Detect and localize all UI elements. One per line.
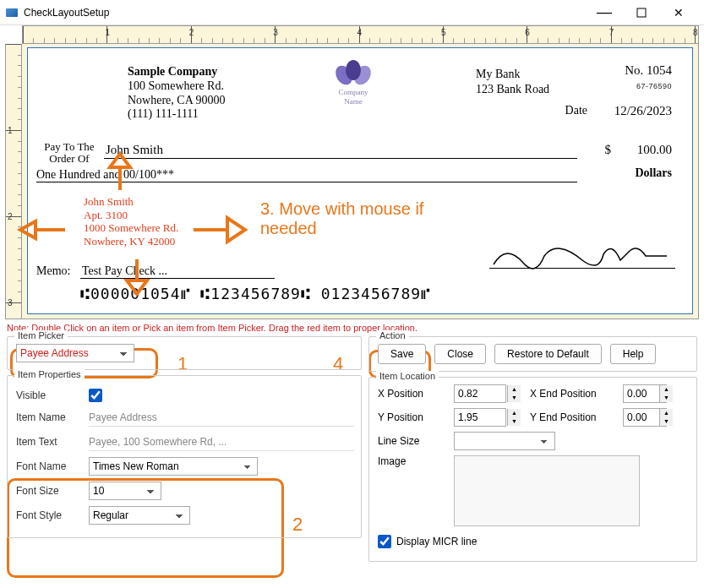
layout-canvas[interactable]: Sample Company 100 Somewhere Rd. Nowhere… — [22, 44, 699, 319]
save-button[interactable]: Save — [378, 344, 426, 364]
svg-rect-0 — [637, 8, 646, 17]
line-size-select[interactable] — [454, 432, 555, 450]
titlebar: CheckLayoutSetup — ✕ — [0, 0, 704, 25]
close-button[interactable]: ✕ — [660, 1, 697, 24]
payee-address[interactable]: John Smith Apt. 3100 1000 Somewhere Rd. … — [84, 195, 178, 248]
amount-words-underline — [36, 182, 577, 182]
x-position-spinner[interactable]: ▲▼ — [507, 385, 521, 402]
y-position-spinner[interactable]: ▲▼ — [507, 409, 521, 426]
micr-line[interactable]: ⑆000001054⑈ ⑆123456789⑆ 0123456789⑈ — [80, 285, 431, 302]
signature-line — [489, 268, 675, 269]
item-picker-label: Item Picker — [14, 330, 68, 340]
font-name-select[interactable]: Times New Roman — [89, 457, 258, 476]
y-end-spinner[interactable]: ▲▼ — [659, 409, 673, 426]
bank-addr: 123 Bank Road — [476, 82, 549, 97]
display-micr-label: Display MICR line — [396, 536, 477, 547]
item-name-label: Item Name — [16, 411, 89, 423]
item-location-label: Item Location — [376, 371, 439, 381]
memo-underline — [80, 278, 275, 279]
date-value[interactable]: 12/26/2023 — [614, 104, 672, 118]
company-logo[interactable]: Company Name — [319, 58, 387, 109]
amount-sign: $ — [605, 143, 612, 157]
close-panel-button[interactable]: Close — [434, 344, 486, 364]
x-position-label: X Position — [378, 388, 445, 400]
item-picker-select[interactable]: Payee Address — [16, 344, 134, 362]
item-name-value: Payee Address — [89, 408, 354, 427]
y-position-input[interactable] — [454, 408, 506, 427]
visible-checkbox[interactable] — [89, 389, 102, 402]
item-text-value: Payee, 100 Somewhere Rd, ... — [89, 433, 354, 451]
restore-default-button[interactable]: Restore to Default — [494, 344, 602, 364]
image-preview[interactable] — [454, 455, 640, 526]
action-label: Action — [376, 330, 409, 340]
item-picker-group: Item Picker Payee Address — [7, 336, 362, 370]
app-icon — [5, 7, 19, 19]
image-label: Image — [378, 455, 445, 467]
logo-text2: Name — [319, 98, 387, 106]
memo-value[interactable]: Test Pay Check ... — [82, 264, 167, 278]
memo-label: Memo: — [36, 264, 70, 278]
amount-words[interactable]: One Hundred and 00/100*** — [36, 168, 577, 182]
payee-underline — [104, 158, 577, 159]
y-position-label: Y Position — [378, 411, 445, 423]
ruler-vertical: 123 — [5, 44, 22, 319]
font-name-label: Font Name — [16, 460, 89, 472]
minimize-button[interactable]: — — [586, 1, 623, 24]
bank-name: My Bank — [476, 67, 549, 82]
ruler-horizontal: 12345678 — [22, 25, 699, 44]
font-size-select[interactable]: 10 — [89, 482, 161, 500]
company-block[interactable]: Sample Company 100 Somewhere Rd. Nowhere… — [128, 65, 226, 122]
maximize-button[interactable] — [623, 1, 660, 24]
company-addr2: Nowhere, CA 90000 — [128, 94, 226, 108]
logo-icon — [333, 58, 374, 87]
routing-code[interactable]: 67-76590 — [636, 82, 672, 90]
x-end-spinner[interactable]: ▲▼ — [659, 385, 673, 402]
dollars-label: Dollars — [635, 166, 672, 180]
item-properties-label: Item Properties — [14, 369, 85, 379]
instruction-note: Note: Double Click on an item or Pick an… — [0, 319, 704, 336]
font-style-select[interactable]: Regular — [89, 506, 190, 525]
help-button[interactable]: Help — [610, 344, 657, 364]
date-label: Date — [565, 104, 587, 117]
bank-block[interactable]: My Bank 123 Bank Road — [476, 67, 549, 96]
amount-value[interactable]: 100.00 — [637, 143, 672, 157]
x-end-position-label: X End Position — [530, 388, 614, 400]
payee-name[interactable]: John Smith — [106, 143, 163, 157]
company-addr1: 100 Somewhere Rd. — [128, 79, 226, 94]
y-end-position-label: Y End Position — [530, 411, 614, 423]
window-title: CheckLayoutSetup — [24, 7, 586, 19]
font-size-label: Font Size — [16, 485, 89, 497]
item-location-group: Item Location X Position ▲▼ X End Positi… — [368, 377, 697, 562]
check-preview[interactable]: Sample Company 100 Somewhere Rd. Nowhere… — [27, 47, 693, 314]
company-name: Sample Company — [128, 65, 226, 79]
item-properties-group: Item Properties Visible Item Name Payee … — [7, 375, 362, 538]
action-group: Action Save Close Restore to Default Hel… — [368, 336, 697, 372]
visible-label: Visible — [16, 389, 89, 401]
pay-to-label: Pay To TheOrder Of — [36, 141, 102, 164]
company-phone: (111) 111-1111 — [128, 107, 226, 122]
logo-text1: Company — [319, 89, 387, 96]
item-text-label: Item Text — [16, 436, 89, 448]
display-micr-checkbox[interactable] — [378, 535, 391, 548]
line-size-label: Line Size — [378, 435, 445, 447]
x-position-input[interactable] — [454, 384, 506, 403]
font-style-label: Font Style — [16, 509, 89, 521]
check-number[interactable]: No. 1054 — [625, 63, 672, 78]
